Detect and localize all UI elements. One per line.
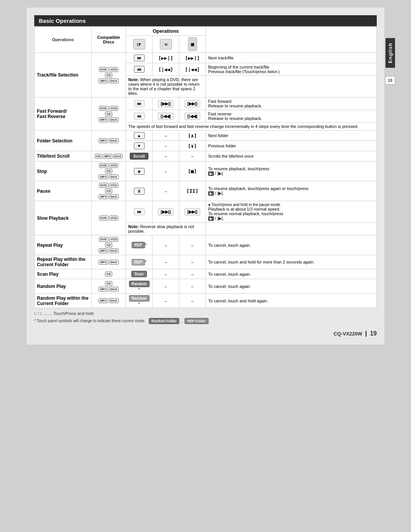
table-row: Stop DVD VCD CD MP3 DivX ■ [35,161,377,181]
table-row: Scan Play CD Scan – – To cancel, touch a… [35,269,377,279]
slow-remote: [▶▶|] [179,201,206,223]
bracket-skip-fwd: [▶▶|] [158,55,173,61]
fr-desc: Fast reverse Release to resume playback. [206,110,377,123]
badge-mp3: MP3 [99,298,108,303]
folder-up-touch: ▲ [126,131,153,141]
track-prev-text: Previous track/file (Touch/press twice.) [208,69,374,74]
btn-skip-back: ⏮ [134,66,145,73]
table-row: Folder Selection MP3 DivX ▲ – [∧] Next f… [35,131,377,141]
btn-slow-front: [▶▶|] [158,208,173,216]
folder-up-remote: [∧] [179,131,206,141]
bracket-stop: [■] [188,168,197,174]
badge-cd: CD [95,154,102,159]
footer-note-text: * Touch panel symbols will change to ind… [34,319,145,323]
badge-vcd: VCD [109,163,119,168]
english-tab: English [386,38,395,68]
disc-pause: DVD VCD CD MP3 DivX [92,181,126,201]
footer-note: * Touch panel symbols will change to ind… [34,318,377,324]
btn-random: Random [129,281,150,287]
pause-sym-area: ▶ / [▶]. [208,191,374,196]
op-repeat-folder: Repeat Play within the Current Folder [35,255,92,269]
bracket-pause: [II] [186,188,198,194]
badge-mp3: MP3 [99,260,108,265]
repeat-folder-front: – [153,255,179,269]
slow-sym-text: / [▶]. [215,216,224,220]
legend-area: …… Touch/Press and hold [34,311,377,316]
bracket-folder-down: [∨] [188,143,197,149]
badge-divx: DivX [109,138,119,143]
op-stop: Stop [35,161,92,181]
badge-dvd: DVD [99,67,108,72]
badge-mp3: MP3 [99,78,108,83]
random-desc: To cancel, touch again. [206,279,377,294]
repeat-folder-desc: To cancel, touch and hold for more than … [206,255,377,269]
op-pause: Pause [35,181,92,201]
slow-bullet-text: ● Touch/press and hold in the pause mode… [208,203,374,207]
badge-mp3: MP3 [99,117,108,122]
track-prev-touch: ⏮ [126,63,153,76]
badge-mp3: MP3 [99,194,108,199]
badge-vcd: VCD [109,67,119,72]
repeat-folder-touch: REP* [126,255,153,269]
scroll-remote: – [179,151,206,161]
op-track-selection: Track/file Selection [35,53,92,97]
table-row: Fast Forward/Fast Reverse DVD VCD CD MP3… [35,97,377,110]
footer-area: …… Touch/Press and hold * Touch panel sy… [34,311,377,324]
folder-down-remote: [∨] [179,141,206,151]
legend-label: …… Touch/Press and hold [44,311,94,316]
folder-down-front: – [153,141,179,151]
random-folder-desc: To cancel, touch and hold again. [206,294,377,308]
model-name: CQ-VX220W [334,331,362,337]
badge-divx: DivX [109,248,119,253]
stop-touch: ■ [126,161,153,181]
comma-sep: , [182,319,183,323]
col-operations: Operations [35,27,92,53]
badge-divx: DivX [109,78,119,83]
btn-slow-dashed: ⏭ [134,208,145,215]
btn-slow-remote: [▶▶|] [185,208,200,216]
track-note-desc [206,76,377,97]
ff-front: [▶▶|] [153,97,179,110]
operations-main-header: Operations [126,27,206,36]
badge-dvd: DVD [99,216,108,220]
slow-note-label: Note: [128,224,139,229]
play-sym-stop: ▶ [208,171,214,176]
col-compatible: Compatible Discs [92,27,126,53]
folder-prev-desc: Previous folder [206,141,377,151]
badge-divx: DivX [109,194,119,199]
disc-random-folder: MP3 DivX [92,294,126,308]
disc-ff: DVD VCD CD MP3 DivX [92,97,126,131]
fr-front: [|◀◀] [153,110,179,123]
random-front: – [153,279,179,294]
page-number-bottom: 19 [370,330,377,337]
op-ff-fr: Fast Forward/Fast Reverse [35,97,92,131]
stop-sym: ▶ / [▶]. [208,171,374,176]
btn-random-dashed: Random [129,295,150,302]
page-container: English 18 Basic Operations Operations C… [27,8,384,345]
track-prev-remote: [|◀◀] [179,63,206,76]
slow-note-cell: Note: Reverse slow playback is not possi… [126,223,206,235]
badge-cd: CD [105,169,113,174]
btn-scroll: Scroll [130,153,148,160]
pause-remote: [II] [179,181,206,201]
badge-divx: DivX [109,298,119,303]
ff-resume1-text: Release to resume playback. [208,104,374,108]
random-remote: – [179,279,206,294]
badge-dvd: DVD [99,237,108,242]
op-scan: Scan Play [35,269,92,279]
table-row: Slow Playback DVD VCD ⏭ [▶▶|] [▶▶|] [35,201,377,223]
disc-folder: MP3 DivX [92,131,126,151]
btn-scan: Scan [131,271,147,277]
ff-desc: Fast forward Release to resume playback. [206,97,377,110]
badge-mp3: MP3 [99,174,108,179]
track-note-text: When playing a DVD, there are cases wher… [128,77,199,96]
slow-desc: ● Touch/press and hold in the pause mode… [206,201,377,223]
repeat-desc: To cancel, touch again. [206,235,377,255]
ff-text: Fast forward [208,99,374,104]
btn-rep: REP [132,242,145,248]
btn-stop: ■ [134,168,145,175]
disc-scan: CD [92,269,126,279]
fr-touch: ⏮ [126,110,153,123]
repeat-front: – [153,235,179,255]
play-sym-slow: ▶ [208,216,214,221]
